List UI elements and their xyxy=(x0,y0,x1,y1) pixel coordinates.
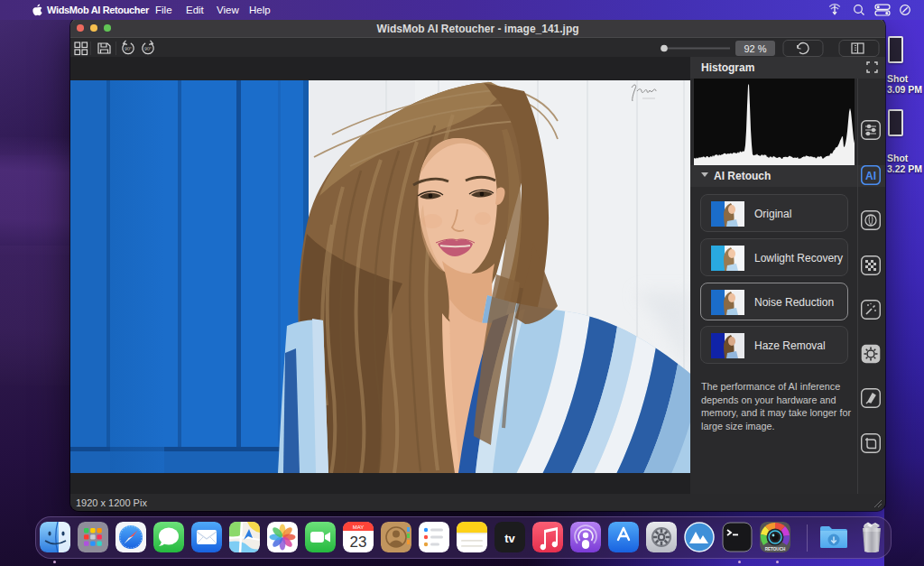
svg-text:AI: AI xyxy=(865,170,876,182)
svg-text:90°: 90° xyxy=(125,46,132,51)
svg-text:MAY: MAY xyxy=(352,524,364,530)
svg-text:RETOUCH: RETOUCH xyxy=(764,547,785,552)
svg-text:92 %: 92 % xyxy=(744,43,766,54)
svg-text:90°: 90° xyxy=(144,46,152,51)
svg-text:23: 23 xyxy=(349,534,366,551)
